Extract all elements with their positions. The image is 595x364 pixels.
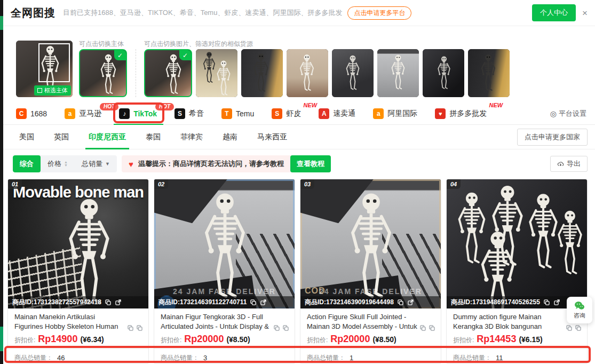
rank-badge: 04 bbox=[447, 179, 461, 189]
gallery-thumb-2[interactable] bbox=[196, 49, 237, 97]
open-link-icon[interactable] bbox=[407, 299, 414, 306]
product-id-bar: 商品ID:1732146390919644498 bbox=[300, 296, 441, 308]
copy-title-icon[interactable] bbox=[127, 325, 134, 331]
price-value: Rp14453 bbox=[477, 334, 516, 345]
sales-sort-arrow-icon: ▼ bbox=[105, 161, 110, 167]
platform-tab-shopee[interactable]: S 虾皮 NEW bbox=[272, 102, 301, 124]
product-card-2: 24 JAM FASR DELIVER 02 商品ID:173214639112… bbox=[154, 179, 295, 364]
sort-comprehensive[interactable]: 综合 bbox=[13, 155, 41, 172]
country-tab-us[interactable]: 美国 bbox=[19, 125, 34, 149]
sort-group: 综合 价格 ▲▼ 总销量 ▼ bbox=[13, 155, 117, 172]
export-button[interactable]: 导出 bbox=[550, 156, 588, 172]
source-image-thumb[interactable]: 框选主体 bbox=[16, 41, 73, 97]
country-tab-uk[interactable]: 英国 bbox=[54, 125, 69, 149]
product-image-4[interactable]: 04 商品ID:1731948691740526255 bbox=[447, 179, 587, 308]
product-card-4: 04 商品ID:1731948691740526255 Dummy action… bbox=[446, 179, 588, 364]
view-tutorial-button[interactable]: 查看教程 bbox=[290, 155, 331, 172]
sales-row: 商品总销量： 11 bbox=[447, 349, 587, 364]
subject-thumb-selected[interactable]: ✓ bbox=[79, 49, 127, 97]
notice-banner: ♥ 温馨提示：商品详情页若无法访问，请参考教程 查看教程 bbox=[122, 155, 331, 172]
sales-row: 商品总销量： 3 bbox=[154, 349, 295, 364]
gallery-thumb-3[interactable] bbox=[241, 49, 283, 97]
wechat-icon bbox=[574, 301, 585, 311]
close-icon[interactable]: × bbox=[582, 9, 588, 18]
open-link-icon[interactable] bbox=[553, 299, 560, 306]
platform-tab-aliexpress[interactable]: A 速卖通 bbox=[319, 102, 355, 124]
new-badge: NEW bbox=[489, 102, 503, 108]
product-title[interactable]: Mainan Figur Tengkorak 3D - Full Articul… bbox=[161, 312, 288, 332]
platform-tab-tiktok[interactable]: ♪ TikTok HOT bbox=[119, 102, 157, 124]
product-image-2[interactable]: 24 JAM FASR DELIVER 02 商品ID:173214639112… bbox=[154, 179, 295, 308]
product-title[interactable]: Mainan Manekin Artikulasi Figurines Hobb… bbox=[14, 312, 142, 332]
price-cny: (¥6.15) bbox=[519, 335, 542, 344]
apply-more-platforms-button[interactable]: 点击申请更多平台 bbox=[347, 6, 411, 20]
image-watermark: 24 JAM FASR DELIVER bbox=[154, 287, 295, 296]
translate-title-icon[interactable] bbox=[575, 325, 582, 331]
gallery-thumb-4[interactable] bbox=[287, 49, 328, 97]
cloud-download-icon bbox=[557, 161, 564, 168]
copy-id-icon[interactable] bbox=[397, 299, 404, 306]
product-title[interactable]: Dummy action figure Mainan Kerangka 3D B… bbox=[453, 312, 581, 332]
gallery-thumb-1[interactable]: ✓ bbox=[144, 49, 192, 97]
apply-more-countries-button[interactable]: 点击申请更多国家 bbox=[517, 129, 588, 146]
copy-id-icon[interactable] bbox=[543, 299, 550, 306]
sales-value: 46 bbox=[57, 354, 65, 362]
platform-settings-button[interactable]: ◎ 平台设置 bbox=[550, 102, 586, 124]
image-watermark: 24 JAM FASR DELIVER bbox=[300, 287, 441, 296]
translate-title-icon[interactable] bbox=[136, 325, 143, 331]
price-value: Rp20000 bbox=[184, 334, 224, 345]
subject-hint-label: 可点击切换主体 bbox=[79, 39, 124, 49]
edge-green-bottom bbox=[0, 327, 3, 351]
hot-badge: HOT bbox=[100, 103, 118, 110]
consult-widget[interactable]: 咨询 bbox=[567, 297, 592, 323]
country-tab-malaysia[interactable]: 马来西亚 bbox=[257, 125, 287, 149]
gallery-thumb-7[interactable] bbox=[423, 49, 464, 97]
heart-icon: ♥ bbox=[129, 160, 133, 169]
copy-title-icon[interactable] bbox=[419, 325, 426, 331]
platform-tab-amazon[interactable]: a 亚马逊 HOT bbox=[65, 102, 101, 124]
alibaba-intl-icon: a bbox=[373, 108, 384, 119]
platform-tab-pinduoduo[interactable]: ♥ 拼多多批发 NEW bbox=[435, 102, 487, 124]
gallery-thumb-5[interactable] bbox=[332, 49, 374, 97]
user-center-button[interactable]: 个人中心 bbox=[532, 4, 576, 21]
image-selector-section: 框选主体 可点击切换主体 ✓ 可点击切换图片、筛选对应的相似货源 ✓ bbox=[3, 30, 595, 102]
country-tab-philippines[interactable]: 菲律宾 bbox=[180, 125, 203, 149]
open-link-icon[interactable] bbox=[260, 299, 267, 306]
copy-id-icon[interactable] bbox=[250, 299, 257, 306]
browser-edge-strip bbox=[0, 0, 3, 364]
price-value: Rp14900 bbox=[38, 334, 77, 345]
product-id-bar: 商品ID:1732146391122740711 bbox=[154, 296, 295, 308]
gallery-thumb-8[interactable] bbox=[468, 49, 510, 97]
platform-tab-1688[interactable]: C 1688 bbox=[16, 102, 47, 124]
platform-tab-shein[interactable]: S 希音 bbox=[174, 102, 204, 124]
product-image-3[interactable]: COD 24 JAM FASR DELIVER 03 商品ID:17321463… bbox=[300, 179, 441, 308]
page-title: 全网图搜 bbox=[11, 6, 55, 20]
product-id-bar: 商品ID:1731948691740526255 bbox=[447, 296, 587, 308]
shopee-icon: S bbox=[272, 108, 282, 119]
copy-title-icon[interactable] bbox=[566, 325, 573, 331]
gallery-thumb-6[interactable] bbox=[377, 49, 419, 97]
country-tab-vietnam[interactable]: 越南 bbox=[223, 125, 237, 149]
product-image-1[interactable]: Movable bone man 01 商品ID:173123827255794… bbox=[8, 179, 148, 308]
platform-tab-temu[interactable]: T Temu bbox=[221, 102, 254, 124]
price-sort-arrows-icon: ▲▼ bbox=[64, 161, 68, 167]
translate-title-icon[interactable] bbox=[282, 325, 289, 331]
translate-title-icon[interactable] bbox=[429, 325, 435, 331]
rank-badge: 01 bbox=[8, 179, 22, 189]
sales-value: 1 bbox=[350, 354, 353, 362]
country-tab-indonesia[interactable]: 印度尼西亚 bbox=[89, 125, 126, 149]
rank-badge: 02 bbox=[154, 179, 168, 189]
country-tab-thailand[interactable]: 泰国 bbox=[146, 125, 161, 149]
shein-icon: S bbox=[174, 108, 185, 119]
platform-tab-alibaba-intl[interactable]: a 阿里国际 bbox=[373, 102, 417, 124]
title-action-icons bbox=[273, 325, 289, 331]
sort-total-sales[interactable]: 总销量 ▼ bbox=[75, 155, 117, 172]
sort-price[interactable]: 价格 ▲▼ bbox=[41, 155, 75, 172]
sales-value: 11 bbox=[496, 354, 503, 362]
copy-title-icon[interactable] bbox=[273, 325, 280, 331]
copy-id-icon[interactable] bbox=[105, 299, 112, 306]
product-card-1: Movable bone man 01 商品ID:173123827255794… bbox=[7, 179, 149, 364]
crop-subject-tag[interactable]: 框选主体 bbox=[34, 85, 71, 96]
open-link-icon[interactable] bbox=[115, 299, 122, 306]
product-title[interactable]: Action Figure Skull Full Jointed - Maina… bbox=[307, 312, 434, 332]
